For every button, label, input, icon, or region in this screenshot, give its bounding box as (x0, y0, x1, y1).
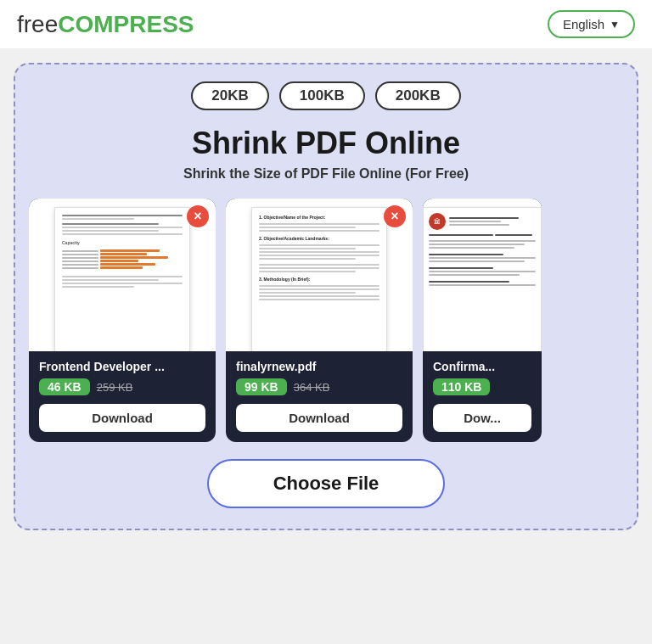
pill-200kb[interactable]: 200KB (375, 81, 461, 110)
language-label: English (563, 17, 604, 31)
pdf-preview-2: 1. Objective/Name of the Project: 2. Obj… (251, 207, 387, 351)
size-old-1: 259 KB (97, 381, 133, 394)
file-card-2: × 1. Objective/Name of the Project: 2. O… (226, 199, 413, 442)
card-preview-3: 🏛 (423, 199, 542, 351)
header: freeCOMPRESS English ▼ (0, 0, 652, 49)
download-button-1[interactable]: Download (39, 404, 205, 432)
pill-20kb[interactable]: 20KB (191, 81, 268, 110)
language-button[interactable]: English ▼ (548, 10, 635, 38)
card-sizes-2: 99 KB 364 KB (236, 378, 402, 395)
card-info-2: finalyrnew.pdf 99 KB 364 KB Download (226, 351, 413, 442)
pdf-preview-1: Capacity (54, 207, 190, 351)
card-sizes-1: 46 KB 259 KB (39, 378, 205, 395)
file-card-1: × Capacity (29, 199, 216, 442)
chevron-down-icon: ▼ (610, 19, 620, 31)
cards-row: × Capacity (29, 199, 623, 442)
card-filename-3: Confirma... (433, 360, 531, 373)
logo-compress: COMPRESS (58, 11, 194, 37)
card-sizes-3: 110 KB (433, 378, 531, 395)
cert-preview-3: 🏛 (423, 207, 542, 351)
download-button-2[interactable]: Download (236, 404, 402, 432)
size-new-1: 46 KB (39, 378, 90, 395)
logo-free: free (17, 11, 58, 37)
choose-file-button[interactable]: Choose File (207, 459, 445, 508)
size-pills-row: 20KB 100KB 200KB (29, 81, 623, 110)
card-filename-1: Frontend Developer ... (39, 360, 205, 373)
close-button-2[interactable]: × (384, 205, 406, 227)
size-new-2: 99 KB (236, 378, 287, 395)
size-old-2: 364 KB (294, 381, 330, 394)
card-preview-2: × 1. Objective/Name of the Project: 2. O… (226, 199, 413, 351)
card-preview-1: × Capacity (29, 199, 216, 351)
pill-100kb[interactable]: 100KB (279, 81, 365, 110)
main-content: 20KB 100KB 200KB Shrink PDF Online Shrin… (0, 49, 652, 544)
card-filename-2: finalyrnew.pdf (236, 360, 402, 373)
size-new-3: 110 KB (433, 378, 490, 395)
close-button-1[interactable]: × (187, 205, 209, 227)
page-title: Shrink PDF Online (29, 126, 623, 161)
page-subtitle: Shrink the Size of PDF File Online (For … (29, 166, 623, 182)
card-info-1: Frontend Developer ... 46 KB 259 KB Down… (29, 351, 216, 442)
download-button-3[interactable]: Dow... (433, 404, 531, 432)
cert-logo-icon: 🏛 (429, 213, 446, 230)
file-card-3: 🏛 (423, 199, 542, 442)
dashed-container: 20KB 100KB 200KB Shrink PDF Online Shrin… (14, 63, 638, 530)
logo: freeCOMPRESS (17, 11, 194, 38)
card-info-3: Confirma... 110 KB Dow... (423, 351, 542, 442)
